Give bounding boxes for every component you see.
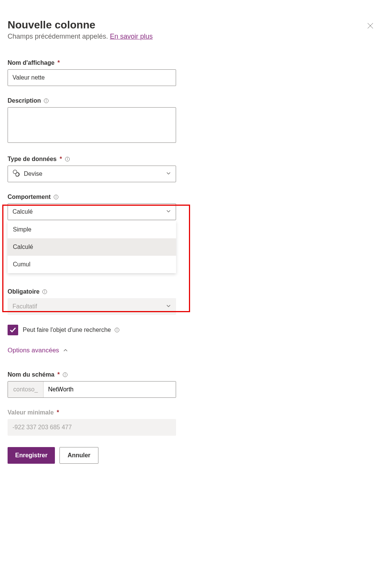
min-value-input [8,419,176,436]
required-indicator: * [60,156,62,163]
chevron-down-icon [166,303,171,310]
display-name-label: Nom d'affichage* [8,59,176,66]
schema-name-input-group: contoso_ [8,381,176,398]
info-icon[interactable] [42,289,48,295]
schema-name-label: Nom du schéma* [8,371,176,378]
svg-point-4 [46,100,47,100]
behavior-dropdown: Simple Calculé Cumul [8,221,176,273]
data-type-value: Devise [24,170,42,177]
advanced-options-toggle[interactable]: Options avancées [8,347,382,354]
description-input[interactable] [8,107,176,143]
required-label: Obligatoire [8,288,176,295]
chevron-up-icon [63,348,68,353]
searchable-checkbox[interactable] [8,325,18,335]
behavior-label: Comportement [8,194,176,200]
chevron-down-icon [166,208,171,215]
svg-point-12 [56,196,56,196]
required-indicator: * [58,371,60,378]
svg-point-18 [117,329,117,329]
info-icon[interactable] [62,372,68,378]
behavior-value: Calculé [12,208,33,215]
chevron-down-icon [166,170,171,177]
subtitle-text: Champs précédemment appelés. [8,33,110,40]
required-indicator: * [57,409,59,416]
required-value: Facultatif [12,303,37,310]
save-button[interactable]: Enregistrer [8,447,55,464]
display-name-input[interactable] [8,69,176,86]
close-icon [367,23,373,29]
close-button[interactable] [367,23,375,30]
behavior-option-cumul[interactable]: Cumul [8,256,176,273]
info-icon[interactable] [43,98,49,104]
panel-subtitle: Champs précédemment appelés. En savoir p… [8,33,382,41]
check-icon [9,327,16,333]
behavior-option-simple[interactable]: Simple [8,221,176,238]
learn-more-link[interactable]: En savoir plus [110,33,153,40]
data-type-select[interactable]: Devise [8,166,176,182]
cancel-button[interactable]: Annuler [59,447,98,464]
svg-point-15 [45,291,45,291]
info-icon[interactable] [64,156,70,162]
description-label: Description [8,97,176,104]
behavior-option-calcule[interactable]: Calculé [8,238,176,256]
required-select: Facultatif [8,298,176,315]
searchable-label: Peut faire l'objet d'une recherche [23,327,120,333]
schema-prefix: contoso_ [8,382,44,397]
svg-point-21 [65,374,65,374]
svg-point-7 [67,158,67,158]
currency-icon [12,169,20,178]
data-type-label: Type de données* [8,156,176,163]
panel-title: Nouvelle colonne [8,19,382,31]
info-icon[interactable] [53,194,59,200]
required-indicator: * [58,59,60,66]
schema-name-input[interactable] [44,382,176,397]
info-icon[interactable] [114,327,120,333]
behavior-select[interactable]: Calculé [8,203,176,220]
min-value-label: Valeur minimale* [8,409,176,416]
